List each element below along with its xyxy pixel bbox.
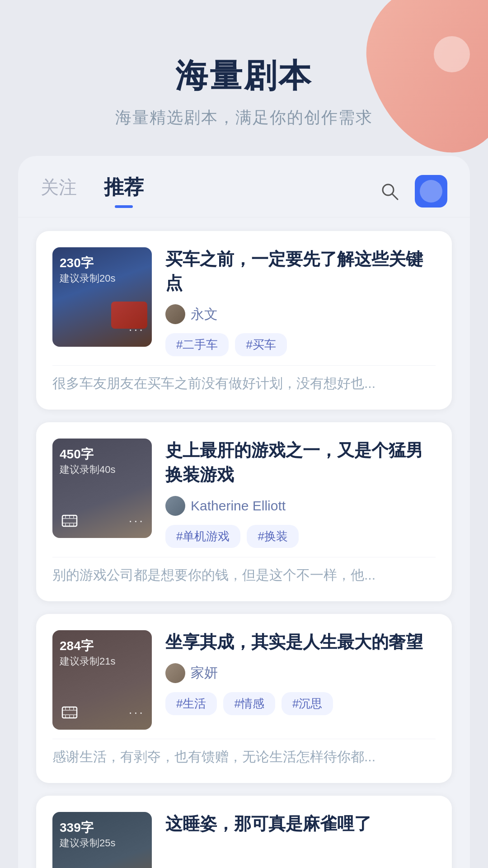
search-button[interactable] (375, 177, 404, 206)
tag-item[interactable]: #生活 (165, 692, 217, 715)
svg-rect-18 (69, 715, 70, 718)
thumb-top: 284字 建议录制21s (60, 637, 145, 668)
script-preview: 很多车友朋友在买车之前没有做好计划，没有想好也... (52, 365, 436, 393)
tag-item[interactable]: #买车 (235, 333, 286, 356)
svg-rect-15 (69, 707, 70, 710)
script-card-partial[interactable]: 339字 建议录制25s 这睡姿，那可真是麻雀哩了 (36, 796, 452, 868)
script-info: 史上最肝的游戏之一，又是个猛男换装游戏 Katherine Elliott #单… (165, 439, 436, 547)
svg-rect-5 (65, 515, 66, 518)
script-card[interactable]: 284字 建议录制21s (36, 614, 452, 783)
word-count: 450字 (60, 446, 145, 463)
svg-rect-8 (65, 524, 66, 526)
svg-rect-3 (62, 518, 77, 519)
thumb-overlay: 230字 建议录制20s ··· (52, 247, 152, 347)
tab-actions (375, 175, 447, 208)
author-avatar (165, 663, 185, 683)
thumb-overlay: 339字 建议录制25s (52, 812, 152, 868)
tag-item[interactable]: #二手车 (165, 333, 229, 356)
svg-rect-4 (62, 523, 77, 524)
svg-rect-14 (65, 707, 66, 710)
tab-bar: 关注 推荐 (18, 156, 470, 217)
author-name: Katherine Elliott (191, 498, 286, 514)
script-thumbnail: 450字 建议录制40s (52, 439, 152, 538)
svg-rect-17 (65, 715, 66, 718)
script-card-inner: 230字 建议录制20s ··· 买车之前，一定要先了解这些关键点 (52, 247, 436, 356)
svg-rect-16 (73, 707, 74, 710)
avatar-inner (420, 180, 442, 203)
tags-row: #生活 #情感 #沉思 (165, 692, 436, 715)
main-card: 关注 推荐 230字 建议录制20s (18, 156, 470, 868)
page-title: 海量剧本 (18, 54, 470, 98)
script-author: Katherine Elliott (165, 496, 436, 516)
thumb-bottom: ··· (60, 703, 145, 722)
script-author: 永文 (165, 304, 436, 324)
svg-rect-19 (73, 715, 74, 718)
word-count: 339字 (60, 819, 145, 836)
tag-item[interactable]: #单机游戏 (165, 525, 240, 548)
script-thumbnail: 339字 建议录制25s (52, 812, 152, 868)
script-card[interactable]: 450字 建议录制40s (36, 422, 452, 601)
film-icon (60, 866, 80, 868)
user-avatar-button[interactable] (415, 175, 447, 208)
thumb-car-image (111, 302, 147, 329)
svg-rect-6 (69, 515, 70, 518)
svg-rect-13 (62, 714, 77, 715)
author-name: 永文 (191, 305, 218, 324)
record-duration: 建议录制25s (60, 836, 145, 850)
thumb-top: 450字 建议录制40s (60, 446, 145, 476)
word-count: 284字 (60, 637, 145, 655)
script-info: 这睡姿，那可真是麻雀哩了 (165, 812, 436, 836)
svg-rect-7 (73, 515, 74, 518)
author-name: 家妍 (191, 664, 218, 682)
film-icon (60, 511, 80, 531)
script-info: 坐享其成，其实是人生最大的奢望 家妍 #生活 #情感 #沉思 (165, 630, 436, 715)
tab-follow[interactable]: 关注 (41, 175, 77, 207)
script-author: 家妍 (165, 663, 436, 683)
script-thumbnail: 284字 建议录制21s (52, 630, 152, 730)
thumb-more-dots: ··· (129, 514, 145, 528)
script-card-inner: 284字 建议录制21s (52, 630, 436, 730)
svg-rect-10 (73, 524, 74, 526)
script-info: 买车之前，一定要先了解这些关键点 永文 #二手车 #买车 (165, 247, 436, 356)
author-avatar (165, 304, 185, 324)
script-preview: 感谢生活，有剥夺，也有馈赠，无论生活怎样待你都... (52, 739, 436, 767)
script-title: 史上最肝的游戏之一，又是个猛男换装游戏 (165, 439, 436, 486)
svg-line-1 (392, 194, 398, 199)
author-avatar (165, 496, 185, 516)
page-subtitle: 海量精选剧本，满足你的创作需求 (18, 107, 470, 129)
word-count: 230字 (60, 255, 145, 272)
film-icon (60, 703, 80, 722)
svg-rect-9 (69, 524, 70, 526)
script-card-inner: 450字 建议录制40s (52, 439, 436, 547)
script-card[interactable]: 230字 建议录制20s ··· 买车之前，一定要先了解这些关键点 (36, 231, 452, 410)
thumb-bottom: ··· (60, 511, 145, 531)
svg-rect-12 (62, 710, 77, 711)
thumb-overlay: 284字 建议录制21s (52, 630, 152, 730)
tag-item[interactable]: #沉思 (282, 692, 333, 715)
tags-row: #二手车 #买车 (165, 333, 436, 356)
thumb-top: 230字 建议录制20s (60, 255, 145, 285)
tag-item[interactable]: #情感 (223, 692, 275, 715)
record-duration: 建议录制20s (60, 272, 145, 285)
thumb-more-dots: ··· (129, 705, 145, 720)
tab-recommend[interactable]: 推荐 (104, 174, 144, 208)
script-title: 买车之前，一定要先了解这些关键点 (165, 247, 436, 295)
record-duration: 建议录制21s (60, 655, 145, 668)
play-icon (60, 320, 80, 340)
script-title: 这睡姿，那可真是麻雀哩了 (165, 812, 436, 836)
tags-row: #单机游戏 #换装 (165, 525, 436, 548)
header-section: 海量剧本 海量精选剧本，满足你的创作需求 (0, 0, 488, 156)
script-title: 坐享其成，其实是人生最大的奢望 (165, 630, 436, 654)
record-duration: 建议录制40s (60, 463, 145, 476)
thumb-bottom (60, 866, 145, 868)
script-preview: 别的游戏公司都是想要你的钱，但是这个不一样，他... (52, 557, 436, 585)
content-list: 230字 建议录制20s ··· 买车之前，一定要先了解这些关键点 (18, 217, 470, 868)
thumb-top: 339字 建议录制25s (60, 819, 145, 850)
script-thumbnail: 230字 建议录制20s ··· (52, 247, 152, 347)
thumb-overlay: 450字 建议录制40s (52, 439, 152, 538)
tag-item[interactable]: #换装 (247, 525, 298, 548)
search-icon (380, 181, 399, 201)
